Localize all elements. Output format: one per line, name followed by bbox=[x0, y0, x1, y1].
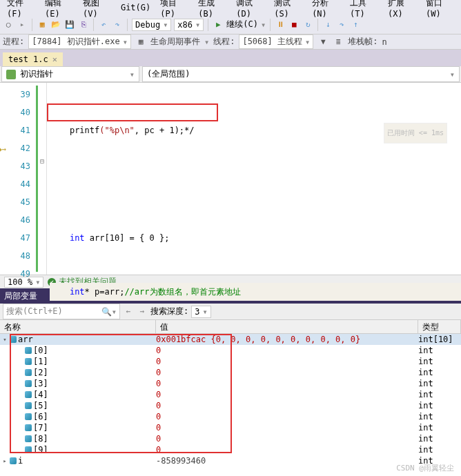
locals-row-arr-7[interactable]: [7]0int bbox=[0, 422, 461, 433]
var-icon bbox=[10, 457, 17, 464]
new-icon[interactable]: ▦ bbox=[37, 19, 48, 30]
menu-bar: 文件(F) 编辑(E) 视图(V) Git(G) 项目(P) 生成(B) 调试(… bbox=[0, 0, 461, 15]
stack-label: 堆栈帧: bbox=[348, 36, 377, 48]
menu-file[interactable]: 文件(F) bbox=[3, 0, 39, 20]
redo-icon[interactable]: ↷ bbox=[112, 19, 123, 30]
watermark: CSDN @雨翼轻尘 bbox=[396, 463, 454, 473]
locals-body[interactable]: ▾arr 0x001bfcac {0, 0, 0, 0, 0, 0, 0, 0,… bbox=[0, 334, 461, 465]
var-icon bbox=[25, 391, 32, 398]
var-icon bbox=[25, 435, 32, 442]
continue-icon[interactable]: ▶ bbox=[213, 19, 224, 30]
var-icon bbox=[25, 413, 32, 420]
locals-row-arr-4[interactable]: [4]0int bbox=[0, 389, 461, 400]
locals-row-i[interactable]: ▸i -858993460 int bbox=[0, 455, 461, 465]
menu-test[interactable]: 测试(S) bbox=[270, 0, 306, 20]
menu-analyze[interactable]: 分析(N) bbox=[308, 0, 344, 20]
expand-icon[interactable]: ▸ bbox=[1, 457, 8, 464]
nav-scope-dropdown[interactable]: (全局范围) ▾ bbox=[142, 66, 460, 82]
saveall-icon[interactable]: ⎘ bbox=[78, 19, 89, 30]
var-icon bbox=[25, 402, 32, 409]
config-dropdown[interactable]: Debug ▾ bbox=[132, 19, 171, 31]
pause-icon[interactable]: ⏸ bbox=[275, 19, 286, 30]
step-into-icon[interactable]: ↓ bbox=[322, 19, 333, 30]
timing-badge: 已用时间 <= 1ms bbox=[384, 123, 447, 143]
locals-row-arr-1[interactable]: [1]0int bbox=[0, 356, 461, 367]
locals-row-arr-0[interactable]: [0]0int bbox=[0, 345, 461, 356]
tab-close-icon[interactable]: ✕ bbox=[52, 54, 57, 64]
nav-fwd-icon[interactable]: ▸ bbox=[17, 19, 28, 30]
var-icon bbox=[25, 347, 32, 354]
locals-row-arr-2[interactable]: [2]0int bbox=[0, 367, 461, 378]
platform-dropdown[interactable]: x86 ▾ bbox=[174, 19, 204, 31]
stop-icon[interactable]: ■ bbox=[288, 19, 300, 30]
step-over-icon[interactable]: ↷ bbox=[336, 19, 347, 30]
nav-project-dropdown[interactable]: 初识指针 ▾ bbox=[1, 66, 139, 82]
locals-row-arr-6[interactable]: [6]0int bbox=[0, 411, 461, 422]
code-area[interactable]: printf("%p\n", pc + 1);*/ int arr[10] = … bbox=[47, 83, 461, 275]
menu-tools[interactable]: 工具(T) bbox=[346, 0, 382, 20]
var-icon bbox=[25, 369, 32, 376]
menu-debug[interactable]: 调试(D) bbox=[232, 0, 268, 20]
menu-edit[interactable]: 编辑(E) bbox=[41, 0, 77, 20]
code-editor[interactable]: 394041 424344 454647 4849 ⊟ printf("%p\n… bbox=[0, 83, 461, 275]
lifecycle-icon[interactable]: ▦ bbox=[135, 37, 146, 48]
menu-view[interactable]: 视图(V) bbox=[79, 0, 115, 20]
undo-icon[interactable]: ↶ bbox=[98, 19, 109, 30]
lifecycle-label: 生命周期事件 bbox=[150, 36, 200, 48]
open-icon[interactable]: 📂 bbox=[50, 19, 61, 30]
save-icon[interactable]: 💾 bbox=[64, 19, 75, 30]
locals-row-arr-3[interactable]: [3]0int bbox=[0, 378, 461, 389]
line-gutter: 394041 424344 454647 4849 bbox=[0, 83, 35, 275]
var-icon bbox=[25, 446, 32, 453]
nav-back-icon[interactable]: ◯ bbox=[3, 19, 14, 30]
locals-row-arr-5[interactable]: [5]0int bbox=[0, 400, 461, 411]
breakpoint-arrow-icon[interactable]: ◆→ bbox=[0, 141, 6, 159]
editor-margin: ⊟ bbox=[35, 83, 47, 275]
nav-bar: 初识指针 ▾ (全局范围) ▾ bbox=[0, 66, 461, 83]
expand-icon[interactable]: ▾ bbox=[1, 336, 8, 343]
menu-extensions[interactable]: 扩展(X) bbox=[384, 0, 420, 20]
process-dropdown[interactable]: [7884] 初识指针.exe ▾ bbox=[28, 34, 131, 49]
thread-dropdown[interactable]: [5068] 主线程 ▾ bbox=[239, 34, 313, 49]
locals-row-arr-8[interactable]: [8]0int bbox=[0, 433, 461, 444]
stack-icon[interactable]: ≣ bbox=[333, 37, 344, 48]
var-icon bbox=[25, 358, 32, 365]
var-icon bbox=[25, 424, 32, 431]
document-tabs: test 1.c ✕ bbox=[0, 50, 461, 66]
tab-label: test 1.c bbox=[8, 54, 48, 64]
locals-row-arr-9[interactable]: [9]0int bbox=[0, 444, 461, 455]
collapse-icon[interactable]: ⊟ bbox=[40, 157, 44, 165]
var-icon bbox=[10, 336, 17, 343]
thread-label: 线程: bbox=[213, 36, 235, 48]
var-icon bbox=[25, 380, 32, 387]
process-label: 进程: bbox=[3, 36, 24, 48]
debug-location-toolbar: 进程: [7884] 初识指针.exe ▾ ▦ 生命周期事件 ▾ 线程: [50… bbox=[0, 34, 461, 50]
stack-value: n bbox=[382, 37, 386, 47]
locals-row-arr[interactable]: ▾arr 0x001bfcac {0, 0, 0, 0, 0, 0, 0, 0,… bbox=[0, 334, 461, 345]
menu-project[interactable]: 项目(P) bbox=[156, 0, 193, 20]
tab-test1c[interactable]: test 1.c ✕ bbox=[3, 52, 63, 66]
project-icon bbox=[6, 70, 16, 79]
highlight-box-1 bbox=[47, 103, 218, 121]
menu-build[interactable]: 生成(B) bbox=[194, 0, 230, 20]
step-out-icon[interactable]: ↑ bbox=[350, 19, 361, 30]
continue-button[interactable]: 继续(C) bbox=[226, 19, 258, 30]
menu-window[interactable]: 窗口(W) bbox=[422, 0, 458, 20]
menu-git[interactable]: Git(G) bbox=[117, 1, 155, 14]
filter-icon[interactable]: ▼ bbox=[317, 37, 328, 48]
restart-icon[interactable]: ↻ bbox=[302, 19, 313, 30]
panel-title: 局部变量 bbox=[4, 290, 37, 302]
